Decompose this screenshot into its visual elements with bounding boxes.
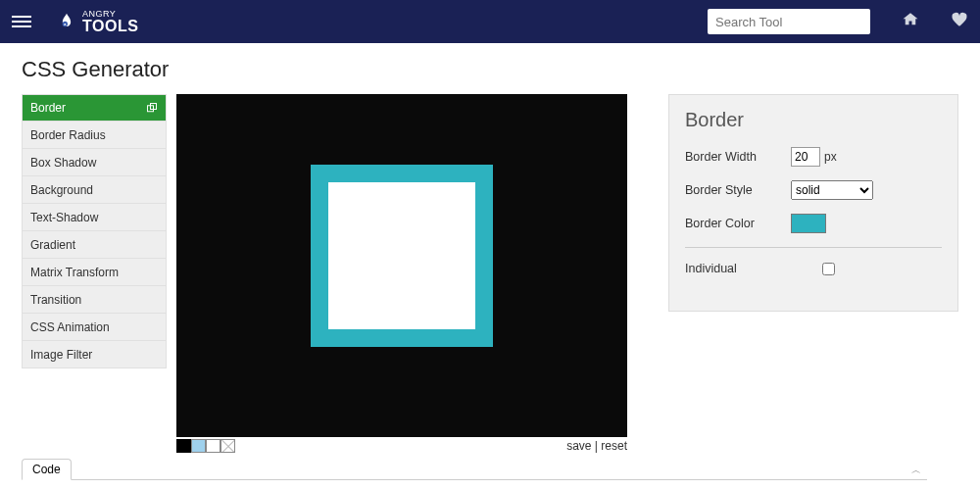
search-input[interactable]	[708, 9, 870, 34]
sidebar-item-gradient[interactable]: Gradient	[22, 231, 167, 259]
sidebar-item-transition[interactable]: Transition	[22, 286, 167, 314]
flame-icon: a	[57, 12, 76, 31]
border-width-unit: px	[824, 150, 837, 164]
sidebar-item-label: Border Radius	[30, 128, 106, 142]
sidebar-item-image-filter[interactable]: Image Filter	[22, 341, 167, 368]
bg-swatch-black[interactable]	[176, 439, 191, 453]
popout-icon	[146, 102, 158, 114]
menu-icon[interactable]	[12, 16, 31, 27]
bg-swatch-blue[interactable]	[191, 439, 206, 453]
bg-swatch-white[interactable]	[206, 439, 220, 453]
sidebar-item-label: Box Shadow	[30, 156, 96, 170]
panel-title: Border	[685, 109, 942, 131]
heart-icon[interactable]	[951, 11, 968, 32]
individual-label: Individual	[685, 262, 822, 275]
sidebar-item-label: Border	[30, 101, 66, 115]
sidebar-item-box-shadow[interactable]: Box Shadow	[22, 149, 167, 176]
sidebar-item-label: Text-Shadow	[30, 211, 98, 224]
sidebar-item-background[interactable]: Background	[22, 176, 167, 204]
topbar: a ANGRY TOOLS	[0, 0, 980, 43]
brand-bottom: TOOLS	[82, 19, 138, 34]
swatch-row: save | reset	[176, 439, 627, 453]
code-tab[interactable]: Code	[22, 459, 72, 480]
page-title: CSS Generator	[22, 57, 958, 82]
sidebar-item-border-radius[interactable]: Border Radius	[22, 122, 167, 149]
sidebar-item-text-shadow[interactable]: Text-Shadow	[22, 204, 167, 231]
properties-panel: Border Border Width px Border Style soli…	[668, 94, 958, 312]
border-style-label: Border Style	[685, 183, 791, 197]
brand[interactable]: a ANGRY TOOLS	[57, 10, 138, 34]
border-width-label: Border Width	[685, 150, 791, 164]
sidebar-item-label: Matrix Transform	[30, 266, 119, 279]
reset-link[interactable]: reset	[601, 439, 627, 453]
border-color-label: Border Color	[685, 217, 791, 230]
sidebar-item-border[interactable]: Border	[22, 94, 167, 122]
sidebar-item-label: Background	[30, 183, 93, 197]
sidebar-item-label: Gradient	[30, 238, 75, 252]
chevron-up-icon[interactable]: ︿	[911, 464, 921, 477]
sidebar-item-label: CSS Animation	[30, 320, 110, 334]
sidebar-item-matrix-transform[interactable]: Matrix Transform	[22, 259, 167, 286]
panel-divider	[685, 247, 942, 248]
preview-box	[311, 165, 493, 347]
home-icon[interactable]	[902, 11, 919, 32]
sidebar-item-label: Transition	[30, 293, 81, 307]
border-color-swatch[interactable]	[791, 214, 826, 233]
individual-checkbox[interactable]	[822, 263, 835, 275]
code-tabs: Code ︿	[22, 459, 927, 480]
sidebar-item-label: Image Filter	[30, 348, 92, 362]
preview-canvas	[176, 94, 627, 437]
bg-swatch-transparent[interactable]	[220, 439, 235, 453]
brand-text: ANGRY TOOLS	[82, 10, 138, 34]
border-width-input[interactable]	[791, 147, 820, 167]
save-link[interactable]: save	[566, 439, 591, 453]
save-reset: save | reset	[566, 439, 627, 453]
sidebar-item-css-animation[interactable]: CSS Animation	[22, 314, 167, 341]
sidebar: Border Border Radius Box Shadow Backgrou…	[22, 94, 167, 368]
border-style-select[interactable]: solid	[791, 180, 873, 200]
